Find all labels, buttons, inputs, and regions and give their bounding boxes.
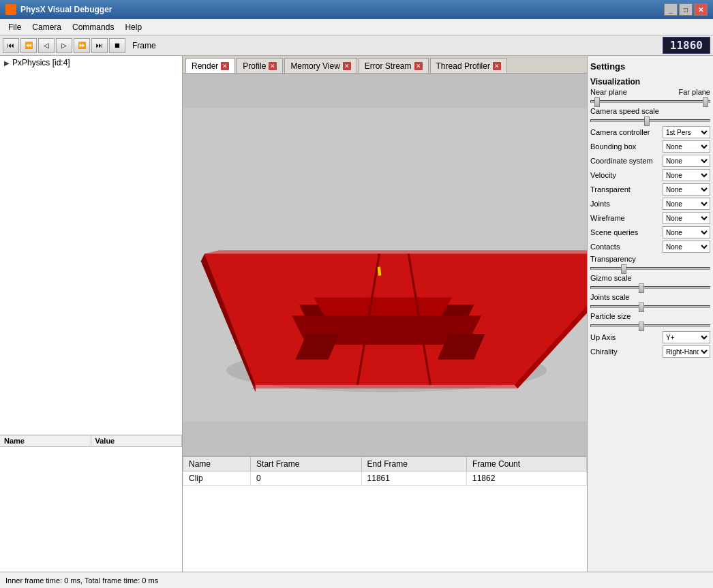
cell-frame-count: 11862	[466, 471, 586, 486]
transparency-thumb[interactable]	[621, 264, 626, 274]
scene-queries-select[interactable]: None	[663, 226, 710, 238]
toolbar-btn-stop[interactable]: ⏹	[109, 38, 125, 53]
props-col-name: Name	[0, 435, 91, 446]
tab-memory-view-label: Memory View	[290, 61, 339, 71]
svg-marker-15	[204, 250, 587, 253]
far-plane-label: Far plane	[679, 88, 710, 96]
window-controls: _ □ ✕	[664, 3, 708, 16]
toolbar-btn-prev-frame[interactable]: ⏪	[20, 38, 37, 53]
tab-render-label: Render	[192, 61, 218, 71]
coordinate-system-label: Coordinate system	[590, 157, 663, 165]
tab-memory-close[interactable]: ✕	[343, 62, 351, 70]
frame-counter: 11860	[663, 37, 710, 54]
menu-help[interactable]: Help	[119, 21, 147, 33]
camera-speed-thumb[interactable]	[644, 117, 650, 126]
center-panel: Render ✕ Profile ✕ Memory View ✕ Error S…	[183, 56, 587, 572]
col-start-frame: Start Frame	[251, 457, 361, 471]
coordinate-system-select[interactable]: None	[663, 155, 710, 167]
bounding-box-select[interactable]: NoneAll	[663, 140, 710, 153]
coordinate-system-row: Coordinate system None	[590, 155, 710, 167]
camera-speed-slider[interactable]	[590, 119, 710, 122]
minimize-button[interactable]: _	[664, 3, 678, 16]
particle-size-slider[interactable]	[590, 324, 710, 327]
far-plane-thumb[interactable]	[703, 97, 708, 107]
bounding-box-label: Bounding box	[590, 142, 663, 151]
joints-select[interactable]: None	[663, 198, 710, 210]
render-viewport[interactable]	[183, 74, 587, 456]
joints-label: Joints	[590, 200, 663, 208]
toolbar: ⏮ ⏪ ◁ ▷ ⏩ ⏭ ⏹ Frame 11860	[0, 35, 713, 56]
toolbar-btn-fast-forward[interactable]: ⏭	[91, 38, 108, 53]
tab-thread-close[interactable]: ✕	[493, 62, 501, 70]
chirality-label: Chirality	[590, 347, 663, 356]
transparent-label: Transparent	[590, 185, 663, 194]
scene-tree[interactable]: ▶ PxPhysics [id:4]	[0, 56, 182, 435]
camera-controller-select[interactable]: 1st Pers 3rd Pers	[663, 126, 710, 138]
tree-item-label: PxPhysics [id:4]	[12, 58, 70, 67]
transparent-select[interactable]: None	[663, 183, 710, 196]
up-axis-select[interactable]: Y+Z+	[663, 331, 710, 343]
chirality-row: Chirality Right-HandedLeft-Handed	[590, 345, 710, 358]
near-far-slider[interactable]	[590, 100, 710, 103]
table-header-row: Name Start Frame End Frame Frame Count	[183, 457, 587, 471]
status-bar: Inner frame time: 0 ms, Total frame time…	[0, 572, 713, 588]
maximize-button[interactable]: □	[679, 3, 693, 16]
tree-item-pxphysics[interactable]: ▶ PxPhysics [id:4]	[0, 56, 182, 69]
left-panel: ▶ PxPhysics [id:4] Name Value	[0, 56, 183, 572]
tree-arrow: ▶	[4, 59, 10, 67]
tab-render-close[interactable]: ✕	[221, 62, 229, 70]
close-button[interactable]: ✕	[694, 3, 708, 16]
tab-error-close[interactable]: ✕	[414, 62, 423, 70]
tab-profile-close[interactable]: ✕	[269, 62, 277, 70]
clip-table[interactable]: Name Start Frame End Frame Frame Count C…	[183, 456, 587, 572]
tab-profile-label: Profile	[243, 61, 266, 71]
joints-row: Joints None	[590, 198, 710, 210]
gizmo-scale-slider[interactable]	[590, 286, 710, 289]
cell-name: Clip	[183, 471, 251, 486]
tab-profile[interactable]: Profile ✕	[237, 58, 283, 73]
camera-controller-row: Camera controller 1st Pers 3rd Pers	[590, 126, 710, 138]
joints-scale-thumb[interactable]	[639, 303, 644, 312]
velocity-row: Velocity None	[590, 169, 710, 181]
tab-thread-profiler[interactable]: Thread Profiler ✕	[430, 58, 507, 73]
gizmo-scale-thumb[interactable]	[639, 283, 644, 293]
joints-scale-slider[interactable]	[590, 305, 710, 308]
velocity-select[interactable]: None	[663, 169, 710, 181]
props-col-value: Value	[91, 435, 183, 446]
tab-error-stream-label: Error Stream	[365, 61, 412, 71]
menu-file[interactable]: File	[3, 21, 27, 33]
particle-size-label: Particle size	[590, 312, 710, 320]
toolbar-btn-back[interactable]: ◁	[38, 38, 55, 53]
contacts-select[interactable]: None	[663, 241, 710, 253]
near-plane-label: Near plane	[590, 88, 627, 96]
wireframe-select[interactable]: None	[663, 212, 710, 224]
app-icon	[5, 4, 16, 15]
toolbar-btn-next-frame[interactable]: ⏩	[74, 38, 90, 53]
menu-commands[interactable]: Commands	[67, 21, 119, 33]
title-bar: PhysX Visual Debugger _ □ ✕	[0, 0, 713, 19]
particle-size-thumb[interactable]	[639, 322, 644, 331]
bounding-box-row: Bounding box NoneAll	[590, 140, 710, 153]
col-end-frame: End Frame	[361, 457, 466, 471]
table-row[interactable]: Clip 0 11861 11862	[183, 471, 587, 486]
chirality-select[interactable]: Right-HandedLeft-Handed	[663, 345, 710, 358]
transparency-slider[interactable]	[590, 267, 710, 270]
svg-marker-16	[252, 385, 518, 388]
properties-panel: Name Value	[0, 435, 182, 572]
tab-render[interactable]: Render ✕	[185, 58, 235, 73]
settings-title: Settings	[590, 59, 710, 74]
data-table: Name Start Frame End Frame Frame Count C…	[183, 457, 587, 486]
tab-error-stream[interactable]: Error Stream ✕	[359, 58, 429, 73]
menu-bar: File Camera Commands Help	[0, 19, 713, 35]
main-area: ▶ PxPhysics [id:4] Name Value Render ✕ P…	[0, 56, 713, 572]
frame-label: Frame	[127, 41, 162, 50]
scene-queries-label: Scene queries	[590, 228, 663, 236]
toolbar-btn-rewind[interactable]: ⏮	[3, 38, 19, 53]
toolbar-btn-forward[interactable]: ▷	[56, 38, 72, 53]
camera-controller-label: Camera controller	[590, 128, 663, 136]
near-plane-thumb[interactable]	[594, 97, 600, 107]
tab-memory-view[interactable]: Memory View ✕	[284, 58, 356, 73]
velocity-label: Velocity	[590, 171, 663, 179]
menu-camera[interactable]: Camera	[27, 21, 67, 33]
settings-panel: Settings Visualization Near plane Far pl…	[587, 56, 713, 572]
